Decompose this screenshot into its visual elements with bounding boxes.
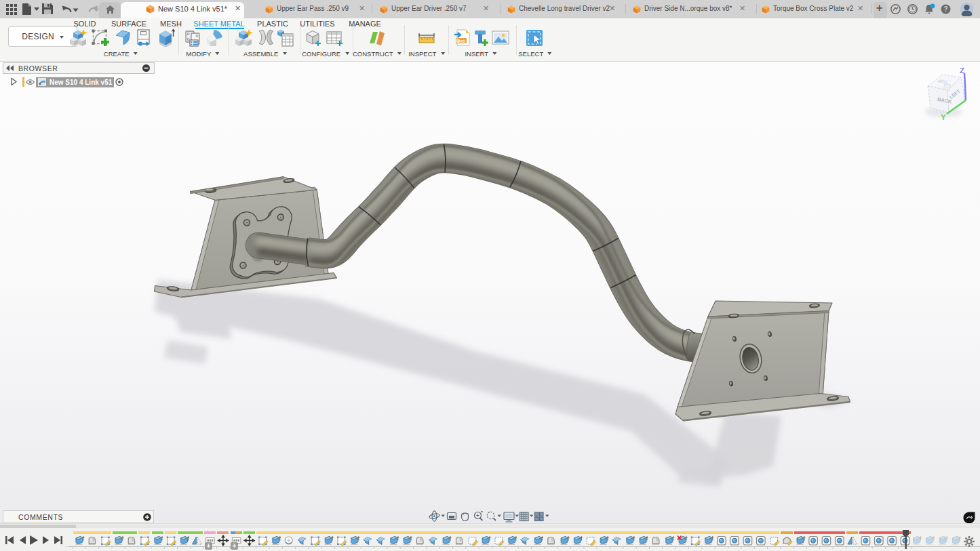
svg-text:Y: Y <box>941 113 946 121</box>
svg-text:Z: Z <box>960 66 964 75</box>
svg-text:SVG: SVG <box>457 39 466 43</box>
svg-text:?: ? <box>943 5 947 13</box>
